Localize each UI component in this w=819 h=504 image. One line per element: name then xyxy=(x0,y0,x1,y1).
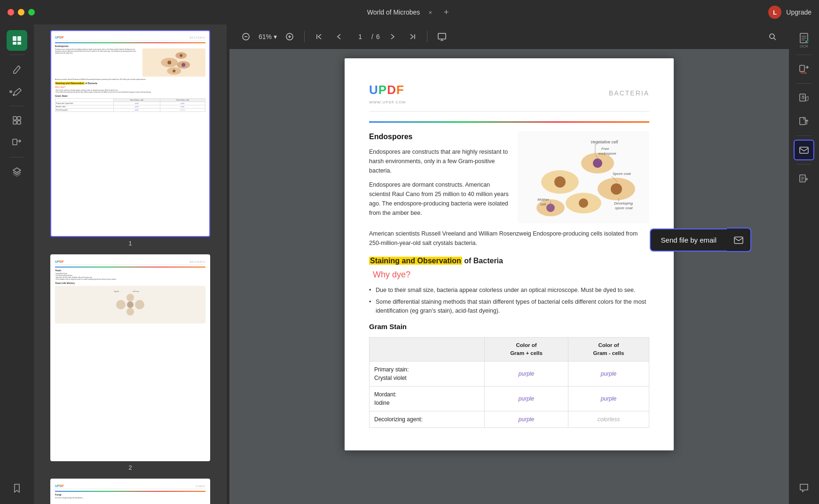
thumbnail-frame-1[interactable]: UPDF BACTERIA Endospores Endospores are … xyxy=(50,30,210,237)
page-number-input[interactable] xyxy=(352,33,369,40)
zoom-in-button[interactable] xyxy=(283,30,297,44)
right-sidebar-divider-2 xyxy=(796,83,811,84)
svg-point-44 xyxy=(611,183,622,195)
gram-row-2: Mordant:Iodine purple purple xyxy=(370,386,649,411)
svg-rect-9 xyxy=(13,139,17,145)
updf-logo-sub: WWW.UPDF.COM xyxy=(369,100,406,105)
compress-button[interactable] xyxy=(794,168,814,189)
thumbnail-panel: UPDF BACTERIA Endospores Endospores are … xyxy=(34,24,227,504)
gram-row-3-plus: purple xyxy=(485,411,568,428)
zoom-dropdown-icon[interactable]: ▾ xyxy=(274,33,277,40)
svg-rect-56 xyxy=(734,237,743,244)
last-page-button[interactable] xyxy=(405,30,419,44)
svg-point-19 xyxy=(126,294,134,301)
sidebar-icon-edit[interactable] xyxy=(7,59,27,79)
upgrade-button[interactable]: Upgrade xyxy=(786,8,811,16)
svg-rect-68 xyxy=(800,118,805,125)
minimize-traffic-light[interactable] xyxy=(18,9,24,16)
svg-point-43 xyxy=(593,158,602,168)
comment-button[interactable] xyxy=(794,478,814,498)
sidebar-icon-reader[interactable] xyxy=(7,30,27,51)
content-area: 61% ▾ xyxy=(229,24,789,504)
svg-rect-3 xyxy=(17,42,21,45)
prev-page-button[interactable] xyxy=(332,30,346,44)
send-file-icon-button[interactable] xyxy=(727,228,751,252)
staining-highlight: Staining and Observation xyxy=(369,257,462,265)
next-page-button[interactable] xyxy=(386,30,400,44)
thumb-body-fungi: Overview of fungal biology and classific… xyxy=(55,497,205,499)
svg-rect-8 xyxy=(17,121,21,124)
thumb-body-1: Endospores are constructs that are highl… xyxy=(55,48,141,55)
sidebar-icon-convert[interactable] xyxy=(7,133,27,153)
svg-text:Free: Free xyxy=(601,147,609,151)
staining-title: Staining and Observation of Bacteria xyxy=(369,255,649,267)
right-sidebar-divider-4 xyxy=(796,164,811,165)
svg-rect-32 xyxy=(438,33,446,39)
page-total: 6 xyxy=(376,33,380,40)
svg-rect-5 xyxy=(13,117,16,120)
thumb-logo-2: UPDF xyxy=(55,260,64,263)
search-button[interactable] xyxy=(765,30,780,44)
share-button[interactable] xyxy=(794,111,814,132)
endospores-para1: Endospores are constructs that are highl… xyxy=(369,147,510,175)
svg-text:cell: cell xyxy=(540,202,546,206)
sidebar-icon-bookmark[interactable] xyxy=(7,478,27,498)
gram-row-3: Decolorizing agent: purple colorless xyxy=(370,411,649,428)
svg-rect-7 xyxy=(13,121,16,124)
svg-text:/A: /A xyxy=(805,72,807,74)
endospores-para2: Endospores are dormant constructs. Ameri… xyxy=(369,180,510,218)
thumbnail-item-1[interactable]: UPDF BACTERIA Endospores Endospores are … xyxy=(38,30,223,247)
svg-text:spore coat: spore coat xyxy=(615,206,633,210)
svg-text:endospore: endospore xyxy=(598,151,616,156)
convert-button[interactable]: PDF /A xyxy=(794,59,814,79)
thumbnail-number-1: 1 xyxy=(128,240,132,247)
first-page-button[interactable] xyxy=(312,30,326,44)
sidebar-divider-2 xyxy=(9,106,24,106)
svg-rect-66 xyxy=(800,94,805,101)
tab-add-button[interactable]: + xyxy=(441,7,452,18)
protect-button[interactable] xyxy=(794,87,814,108)
titlebar-right: L Upgrade xyxy=(768,6,811,19)
user-avatar[interactable]: L xyxy=(768,6,781,19)
svg-rect-67 xyxy=(802,97,804,99)
staining-normal: of Bacteria xyxy=(464,257,503,265)
ocr-btn-label: OCR xyxy=(800,45,808,49)
thumb-logo-1: UPDF xyxy=(55,36,64,39)
svg-text:Mother: Mother xyxy=(537,197,549,202)
traffic-lights xyxy=(8,9,35,16)
svg-point-21 xyxy=(126,308,134,315)
doc-bacteria-label: BACTERIA xyxy=(609,88,649,98)
close-traffic-light[interactable] xyxy=(8,9,14,16)
sidebar-icon-layers[interactable] xyxy=(7,161,27,182)
sidebar-icon-organize[interactable] xyxy=(7,110,27,131)
page-separator: / xyxy=(371,33,373,40)
endospore-section: Endospores Endospores are constructs tha… xyxy=(369,131,649,223)
toolbar: 61% ▾ xyxy=(229,24,789,49)
thumb-body-2: American scientists Russell Vreeland and… xyxy=(55,79,205,80)
thumbnail-item-2[interactable]: UPDF BACTERIA Yeast • Intracellular Pump… xyxy=(38,254,223,471)
tab-close-button[interactable]: × xyxy=(425,8,435,17)
updf-logo-text: UPDF xyxy=(369,81,406,99)
svg-rect-2 xyxy=(13,42,16,45)
staining-bullet-2: Some differential staining methods that … xyxy=(369,298,649,315)
thumbnail-item-3[interactable]: UPDF FUNGI Fungi Overview of fungal biol… xyxy=(38,479,223,504)
svg-text:Vegetative cell: Vegetative cell xyxy=(591,140,618,144)
ocr-button[interactable]: T OCR xyxy=(794,30,814,51)
gram-row-2-minus: purple xyxy=(568,386,649,411)
thumbnail-frame-2[interactable]: UPDF BACTERIA Yeast • Intracellular Pump… xyxy=(50,254,210,461)
maximize-traffic-light[interactable] xyxy=(28,9,35,16)
doc-header: UPDF WWW.UPDF.COM BACTERIA xyxy=(369,81,649,112)
doc-separator xyxy=(369,121,649,123)
gram-row-3-label: Decolorizing agent: xyxy=(370,411,485,428)
thumb-bacteria-label-3: FUNGI xyxy=(196,485,205,488)
svg-text:cell size: cell size xyxy=(133,290,140,292)
presentation-button[interactable] xyxy=(435,30,449,44)
zoom-out-button[interactable] xyxy=(239,30,253,44)
gram-row-1-label: Primary stain:Crystal violet xyxy=(370,362,485,386)
sidebar-icon-annotate[interactable] xyxy=(7,81,27,102)
svg-rect-1 xyxy=(17,36,21,41)
toolbar-divider-2 xyxy=(427,31,427,42)
gram-row-1-plus: purple xyxy=(485,362,568,386)
thumbnail-frame-3[interactable]: UPDF FUNGI Fungi Overview of fungal biol… xyxy=(50,479,210,504)
send-email-sidebar-button[interactable] xyxy=(794,140,814,160)
